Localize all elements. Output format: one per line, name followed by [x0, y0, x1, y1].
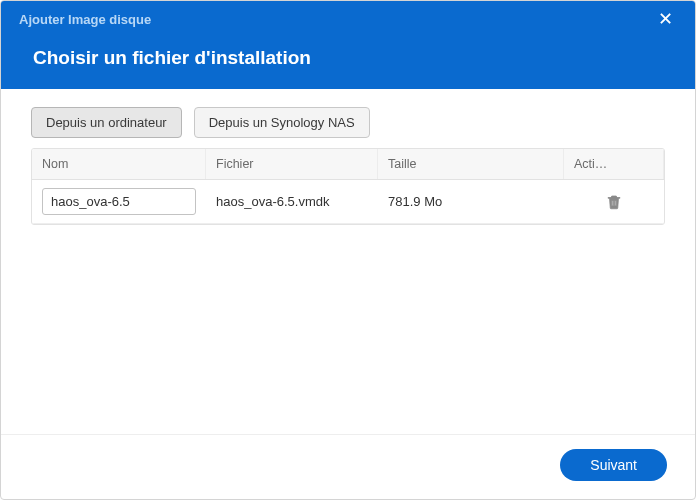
titlebar: Ajouter Image disque ✕ — [19, 1, 677, 37]
image-name-input[interactable] — [42, 188, 196, 215]
trash-icon — [605, 193, 623, 211]
next-button[interactable]: Suivant — [560, 449, 667, 481]
close-button[interactable]: ✕ — [654, 4, 677, 34]
col-header-file: Fichier — [206, 149, 378, 179]
cell-size: 781.9 Mo — [378, 188, 564, 215]
dialog-footer: Suivant — [1, 434, 695, 499]
table-row: haos_ova-6.5.vmdk 781.9 Mo — [32, 180, 664, 224]
col-header-name: Nom — [32, 149, 206, 179]
window-title: Ajouter Image disque — [19, 12, 151, 27]
table-header: Nom Fichier Taille Acti… — [32, 149, 664, 180]
dialog-body: Depuis un ordinateur Depuis un Synology … — [1, 89, 695, 434]
col-header-actions: Acti… — [564, 149, 664, 179]
source-tabbar: Depuis un ordinateur Depuis un Synology … — [31, 107, 665, 138]
delete-row-button[interactable] — [564, 187, 664, 217]
col-header-size: Taille — [378, 149, 564, 179]
tab-from-nas[interactable]: Depuis un Synology NAS — [194, 107, 370, 138]
file-table: Nom Fichier Taille Acti… haos_ova-6.5.vm… — [31, 148, 665, 225]
dialog-header: Ajouter Image disque ✕ Choisir un fichie… — [1, 1, 695, 89]
tab-from-computer[interactable]: Depuis un ordinateur — [31, 107, 182, 138]
cell-file: haos_ova-6.5.vmdk — [206, 188, 378, 215]
svg-rect-1 — [613, 200, 614, 205]
close-icon: ✕ — [658, 9, 673, 29]
svg-rect-2 — [615, 200, 616, 205]
cell-name — [32, 182, 206, 221]
table-body: haos_ova-6.5.vmdk 781.9 Mo — [32, 180, 664, 224]
page-title: Choisir un fichier d'installation — [33, 47, 677, 69]
header-subtitle-area: Choisir un fichier d'installation — [19, 37, 677, 89]
dialog-window: Ajouter Image disque ✕ Choisir un fichie… — [0, 0, 696, 500]
svg-rect-0 — [612, 200, 613, 205]
